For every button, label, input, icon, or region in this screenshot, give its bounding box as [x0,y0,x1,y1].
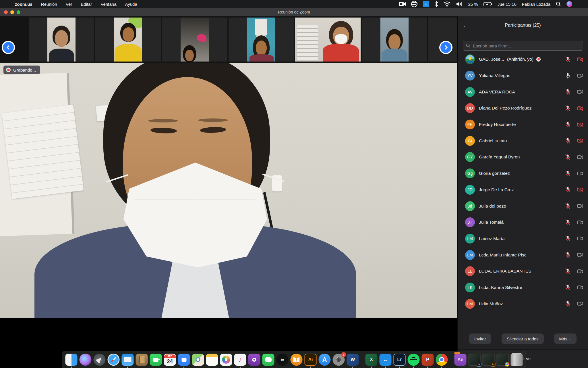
siri-icon[interactable] [566,1,572,7]
dock-item-launchpad[interactable] [93,352,106,367]
mic-status-icon[interactable] [564,203,571,209]
mic-status-icon[interactable] [564,219,571,226]
mic-status-icon[interactable] [564,154,571,160]
participant-row[interactable]: LM Lainez María [458,231,588,247]
bluetooth-icon[interactable] [435,1,438,7]
camera-status-icon[interactable] [577,268,583,275]
camera-status-icon[interactable] [577,121,583,128]
mic-status-icon[interactable] [564,268,571,275]
participant-row[interactable]: LK Lcda. Karina Silvestre [458,279,588,296]
camera-status-icon[interactable] [577,89,583,95]
menu-item-editar[interactable]: Editar [81,2,92,7]
mic-status-icon[interactable] [564,137,571,144]
dock-item-trash[interactable] [510,352,523,367]
menu-item-ver[interactable]: Ver [66,2,72,7]
spotlight-search-icon[interactable] [556,1,561,7]
previous-videos-button[interactable] [2,41,15,54]
dock-item-sysprefs[interactable]: 1 [332,352,345,367]
dock-item-excel[interactable]: X [365,352,378,367]
camera-status-icon[interactable] [577,203,583,209]
camera-status-icon[interactable] [577,105,583,112]
mic-status-icon[interactable] [564,300,571,307]
participant-row[interactable]: LE LCDA. ERIKA BASANTES [458,263,588,279]
fast-user-switch[interactable]: Fabian Lozada [522,2,550,7]
participant-row[interactable]: AV ADA VERA ROCA [458,84,588,100]
dock-item-powerpoint[interactable]: P [421,352,434,367]
dock-item-lightroom[interactable]: Lr [393,352,406,367]
participant-row[interactable]: JD Jorge De La Cruz [458,182,588,198]
mic-status-icon[interactable] [564,56,571,63]
menu-item-ventana[interactable]: Ventana [100,2,116,7]
mic-status-icon[interactable] [564,284,571,291]
participant-row[interactable]: GAD. Jose... (Anfitrión, yo) [458,51,588,68]
mic-status-icon[interactable] [564,121,571,128]
participant-video-thumbnail[interactable] [295,18,361,62]
camera-status-icon[interactable] [577,137,583,144]
dock-item-aefolder[interactable]: Ae [454,352,467,367]
more-button[interactable]: Más⌄ [554,334,577,344]
dock-item-mail[interactable] [121,352,134,367]
dock-item-word[interactable]: W [347,352,359,367]
dock-item-finder[interactable] [65,352,78,367]
minimize-window-button[interactable] [10,10,14,14]
participant-row[interactable]: Gt Gabriel tu tatu [458,133,588,149]
participant-filter-input[interactable]: Escribir para filtrar... [463,41,583,51]
camera-status-icon[interactable] [577,170,583,177]
collapse-participants-chevron-icon[interactable]: ⌄ [458,23,471,28]
participant-row[interactable]: Gg Gloria gonzalez [458,165,588,182]
teamviewer-status-icon[interactable]: ↔ [423,1,429,7]
dock-item-teamviewer[interactable]: ↔ [379,352,392,367]
participant-video-thumbnail[interactable] [380,18,409,62]
participant-row[interactable]: Jd Julia del pezo [458,198,588,214]
zoom-window-button[interactable] [17,10,20,14]
invite-button[interactable]: Invitar [469,334,491,344]
creative-cloud-icon[interactable] [411,1,417,7]
wifi-icon[interactable] [444,1,450,7]
notification-center-icon[interactable] [578,2,583,6]
menu-item-zoomus[interactable]: zoom.us [15,2,32,7]
mic-status-icon[interactable] [564,186,571,193]
next-videos-button[interactable] [439,41,452,54]
dock-item-safari[interactable] [107,352,120,367]
dock-item-music[interactable]: ♪ [234,352,247,367]
mute-all-button[interactable]: Silenciar a todos [502,334,544,344]
participant-row[interactable]: GY García Yagual Byron [458,149,588,165]
participant-row[interactable]: LM Lcda Marilu Infante Pisc [458,247,588,263]
participant-row[interactable]: YV Yuliana Villegas [458,68,588,84]
mic-status-icon[interactable] [564,170,571,177]
mic-status-icon[interactable] [564,252,571,258]
participant-video-thumbnail[interactable] [181,18,209,62]
dock-item-appstore[interactable]: A [318,352,331,367]
dock-item-minwin[interactable]: Lr [468,352,481,367]
mic-status-icon[interactable] [564,89,571,95]
dock-item-chrome[interactable] [436,352,448,367]
mic-status-icon[interactable] [564,235,571,242]
dock-item-contacts[interactable] [136,352,148,367]
dock-item-facetime[interactable] [150,352,162,367]
dock-item-spotify[interactable] [407,352,420,367]
camera-status-icon[interactable] [577,284,583,291]
mic-status-icon[interactable] [564,105,571,112]
dock-item-photos[interactable] [220,352,233,367]
dock-item-calendar[interactable]: SEP24 [164,352,176,367]
dock-item-books[interactable] [290,352,303,367]
camera-status-icon[interactable] [577,235,583,242]
camera-status-icon[interactable] [577,219,583,226]
camera-status-icon[interactable] [577,186,583,193]
camera-status-icon[interactable] [577,56,583,63]
camera-status-icon[interactable] [577,72,583,79]
participant-row[interactable]: JT Julia Tomalá [458,214,588,231]
participant-row[interactable]: DD Diana Del Pezo Rodríguez [458,100,588,116]
participant-list[interactable]: GAD. Jose... (Anfitrión, yo) YV [458,51,588,328]
battery-icon[interactable] [483,2,492,6]
menu-item-reunin[interactable]: Reunión [41,2,57,7]
participant-video-thumbnail[interactable] [114,18,142,62]
dock-item-zoom[interactable] [178,352,190,367]
participant-video-thumbnail[interactable] [47,18,76,62]
close-window-button[interactable] [4,10,8,14]
menu-clock[interactable]: Jue 15:16 [498,2,517,7]
camera-status-icon[interactable] [577,252,583,258]
dock-item-siri[interactable] [79,352,92,367]
dock-item-illustrator[interactable]: Ai [304,352,317,367]
participant-video-thumbnail[interactable] [247,18,275,62]
